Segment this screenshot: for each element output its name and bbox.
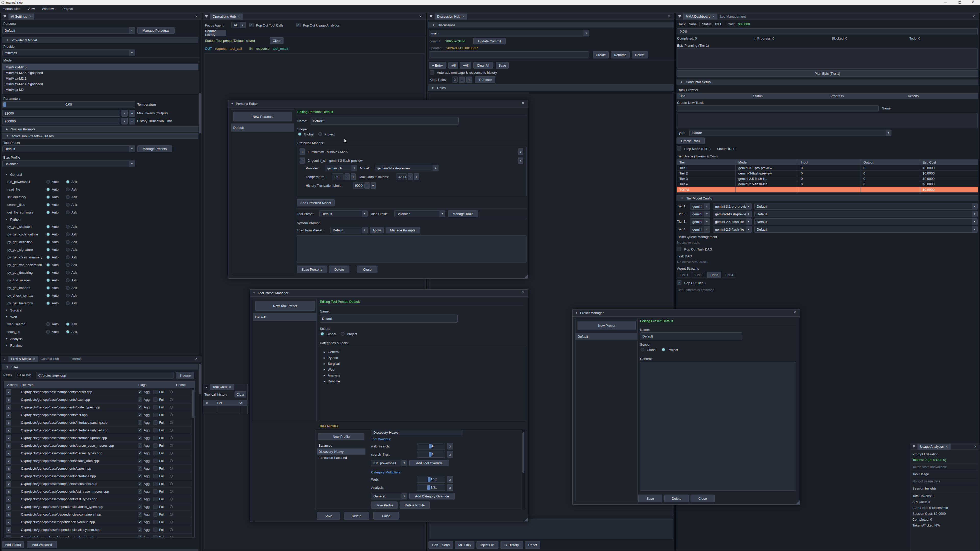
model-option[interactable]: MiniMax-M2.5-highspeed	[3, 70, 200, 76]
remove-mult-button[interactable]: x	[447, 484, 453, 491]
mult-slider[interactable]: 1.5x	[417, 476, 445, 483]
dock-menu-icon[interactable]	[3, 357, 7, 360]
pm-delete-button[interactable]: Delete	[664, 495, 689, 502]
auto-radio[interactable]	[46, 294, 50, 297]
bias-box-scrollbar[interactable]	[522, 430, 525, 510]
remove-file-button[interactable]: x	[6, 527, 11, 533]
menu-item[interactable]: Project	[62, 7, 73, 11]
track-type-select[interactable]: feature▼	[689, 130, 891, 136]
slider-thumb[interactable]	[428, 477, 431, 482]
step-mode-checkbox[interactable]: ✓	[677, 146, 681, 151]
active-presets-header[interactable]: ▼ Active Tool Presets & Biases	[2, 133, 201, 139]
auto-radio[interactable]	[46, 271, 50, 275]
delete-discussion-button[interactable]: Delete	[632, 51, 648, 59]
pe-model-select[interactable]: gemini-3-flash-preview▼	[375, 165, 438, 171]
full-checkbox[interactable]: ✓	[153, 520, 158, 524]
agg-checkbox[interactable]: ✓	[138, 489, 142, 494]
agg-checkbox[interactable]: ✓	[138, 390, 142, 394]
tpm-save-button[interactable]: Save	[317, 512, 340, 519]
auto-radio[interactable]	[46, 240, 50, 244]
ask-radio[interactable]	[66, 263, 70, 267]
category-tree-row[interactable]: ▶ Web	[320, 367, 526, 372]
pop-usage-checkbox[interactable]: ✓	[296, 23, 301, 27]
plus-all-button[interactable]: +All	[460, 62, 471, 68]
category-tree-row[interactable]: ▶ Surgical	[320, 361, 526, 367]
ask-radio[interactable]	[66, 248, 70, 251]
pm-content-textarea[interactable]	[640, 362, 796, 491]
slider-thumb[interactable]	[429, 444, 431, 448]
discussion-name-input[interactable]	[429, 51, 589, 59]
panel-close-icon[interactable]: ✕	[195, 357, 198, 361]
tab-operations-hub[interactable]: Operations Hub✕	[210, 14, 243, 20]
pe-bias-profile-select[interactable]: Balanced▼	[394, 210, 445, 217]
tpm-close-button[interactable]: Close	[373, 512, 399, 519]
remove-file-button[interactable]: x	[6, 504, 11, 510]
full-checkbox[interactable]: ✓	[153, 512, 158, 516]
move-down-button[interactable]: -	[300, 157, 305, 164]
stream-tab[interactable]: Tier 3	[707, 272, 721, 278]
temperature-slider[interactable]: 0.00	[2, 101, 135, 108]
history-limit-minus-button[interactable]: -	[121, 118, 127, 124]
agg-checkbox[interactable]: ✓	[138, 436, 142, 440]
minus-all-button[interactable]: -All	[449, 62, 458, 68]
agg-checkbox[interactable]: ✓	[138, 421, 142, 425]
remove-file-button[interactable]: x	[6, 412, 11, 418]
ai-settings-scrollbar[interactable]	[198, 20, 201, 354]
dialog-close-icon[interactable]: ✕	[522, 291, 525, 294]
ask-radio[interactable]	[66, 256, 70, 259]
auto-radio[interactable]	[46, 263, 50, 267]
load-preset-select[interactable]: Default▼	[331, 227, 368, 233]
ask-radio[interactable]	[66, 203, 70, 206]
remove-file-button[interactable]: x	[6, 458, 11, 464]
pe-max-plus-button[interactable]: +	[414, 173, 419, 180]
scope-project-radio[interactable]	[318, 132, 322, 136]
tpm-project-radio[interactable]	[341, 332, 345, 336]
auto-radio[interactable]	[46, 180, 50, 184]
auto-radio[interactable]	[46, 195, 50, 199]
weight-slider[interactable]: 4	[417, 451, 445, 457]
pop-tool-calls-checkbox[interactable]: ✓	[249, 23, 254, 27]
dock-menu-icon[interactable]	[912, 445, 916, 448]
persona-select[interactable]: Default▼	[2, 27, 135, 34]
mult-slider[interactable]: 1.3x	[417, 484, 445, 491]
bias-profile-item[interactable]: Discovery-Heavy	[317, 448, 366, 454]
auto-radio[interactable]	[46, 286, 50, 290]
truncate-button[interactable]: Truncate	[475, 76, 495, 83]
scrollbar-thumb[interactable]	[522, 432, 525, 473]
manage-personas-button[interactable]: Manage Personas	[137, 27, 175, 34]
auto-radio[interactable]	[46, 187, 50, 191]
track-description-textarea[interactable]	[676, 113, 978, 128]
pe-temp-minus-button[interactable]: -	[345, 173, 350, 180]
tier-provider-select[interactable]: gemini▼	[690, 218, 710, 225]
tier-provider-select[interactable]: gemini▼	[690, 203, 710, 210]
full-checkbox[interactable]: ✓	[153, 474, 158, 478]
auto-radio[interactable]	[46, 232, 50, 236]
plan-epic-button[interactable]: Plan Epic (Tier 1)	[676, 70, 978, 77]
category-override-select[interactable]: General▼	[371, 493, 407, 499]
ask-radio[interactable]	[66, 180, 70, 184]
tab-discussion-hub[interactable]: Discussion Hub✕	[434, 14, 467, 20]
tab-close-icon[interactable]: ✕	[238, 15, 240, 18]
agg-checkbox[interactable]: ✓	[138, 482, 142, 486]
pm-project-radio[interactable]	[662, 348, 665, 351]
pe-temp-plus-button[interactable]: +	[351, 173, 356, 180]
pe-temperature-input[interactable]: -0.0	[332, 173, 344, 180]
dock-menu-icon[interactable]	[430, 15, 433, 18]
tab-close-icon[interactable]: ✕	[462, 15, 465, 18]
pe-hist-minus-button[interactable]: -	[364, 182, 369, 189]
tpm-name-input[interactable]: Default	[320, 314, 458, 323]
ask-radio[interactable]	[66, 240, 70, 244]
agg-checkbox[interactable]: ✓	[138, 428, 142, 432]
bias-profile-select[interactable]: Balanced▼	[2, 160, 135, 167]
tool-category-row[interactable]: ▼ Surgical	[1, 307, 198, 313]
remove-weight-button[interactable]: x	[447, 451, 453, 457]
remove-mult-button[interactable]: x	[447, 476, 453, 483]
tab-files-media[interactable]: Files & Media✕	[8, 356, 38, 362]
auto-add-checkbox[interactable]: ✓	[430, 70, 434, 75]
auto-radio[interactable]	[46, 248, 50, 251]
tab-theme[interactable]: Theme	[68, 356, 84, 362]
pe-history-input[interactable]: 900000	[353, 182, 363, 189]
menu-item[interactable]: View	[27, 7, 35, 11]
new-persona-button[interactable]: New Persona	[233, 112, 292, 121]
full-checkbox[interactable]: ✓	[153, 421, 158, 425]
